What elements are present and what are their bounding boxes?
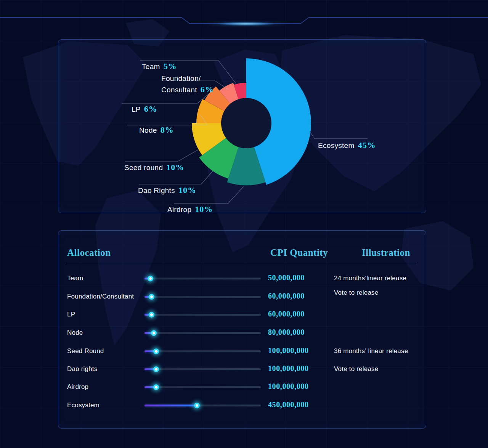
- slice-name: LP: [132, 105, 141, 113]
- slice-name: Node: [139, 126, 157, 134]
- allocation-chart-panel: Team5% Foundation/ Consultant6% LP6% Nod…: [58, 39, 426, 213]
- table-row-lp: LP 60,000,000: [58, 310, 426, 320]
- slider-knob[interactable]: [153, 384, 159, 390]
- slider-track[interactable]: [144, 386, 261, 388]
- slice-label-node: Node8%: [139, 113, 174, 136]
- table-row-dao-rights: Dao rights 100,000,000 Vote to release: [58, 364, 426, 375]
- table-row-seed-round: Seed Round 100,000,000 36 months’ linear…: [58, 346, 426, 357]
- row-label: Node: [67, 329, 83, 337]
- table-row-ecosystem: Ecosystem 450,000,000: [58, 400, 426, 411]
- table-row-node: Node 80,000,000: [58, 328, 426, 339]
- column-header-cpi-quantity: CPI Quantity: [270, 247, 328, 258]
- allocation-slider[interactable]: [144, 277, 261, 281]
- slice-label-foundation: Foundation/ Consultant6%: [161, 63, 214, 96]
- allocation-slider[interactable]: [144, 368, 261, 371]
- slider-knob[interactable]: [149, 294, 154, 300]
- slice-percent: 45%: [358, 140, 376, 150]
- cpi-quantity: 100,000,000: [268, 346, 309, 355]
- cpi-quantity: 450,000,000: [268, 400, 309, 409]
- table-row-foundation: Foundation/Consultant 60,000,000 Vote to…: [58, 292, 426, 302]
- slice-name: Seed round: [124, 164, 163, 172]
- slider-track[interactable]: [144, 278, 261, 279]
- row-label: Foundation/Consultant: [67, 293, 134, 300]
- slider-knob[interactable]: [194, 403, 200, 408]
- illustration-text: 36 months’ linear release: [334, 347, 408, 355]
- row-label: Ecosystem: [67, 401, 100, 409]
- slider-fill: [144, 405, 197, 406]
- allocation-slider[interactable]: [144, 295, 261, 299]
- allocation-slider[interactable]: [144, 404, 261, 408]
- slice-label-seed-round: Seed round10%: [124, 151, 184, 173]
- slider-knob[interactable]: [153, 366, 159, 372]
- slice-percent: 6%: [201, 85, 214, 94]
- top-decor-glow: [206, 21, 286, 26]
- allocation-slider[interactable]: [144, 385, 261, 389]
- row-label: LP: [67, 311, 75, 318]
- slice-percent: 10%: [195, 204, 213, 214]
- allocation-slider[interactable]: [144, 313, 261, 317]
- column-header-allocation: Allocation: [67, 247, 111, 258]
- header-divider: [66, 263, 417, 263]
- slider-knob[interactable]: [153, 348, 159, 354]
- row-label: Seed Round: [67, 347, 104, 355]
- slice-name: Airdrop: [167, 206, 191, 214]
- cpi-quantity: 80,000,000: [268, 328, 305, 337]
- allocation-slider[interactable]: [144, 350, 261, 353]
- slider-knob[interactable]: [148, 276, 153, 281]
- column-header-illustration: Illustration: [362, 247, 410, 258]
- cpi-quantity: 50,000,000: [268, 273, 305, 282]
- illustration-text: 24 months’linear release: [334, 275, 406, 282]
- donut-hole: [221, 98, 271, 148]
- top-decor-glow-soft: [179, 20, 313, 28]
- slider-track[interactable]: [144, 332, 261, 334]
- slider-track[interactable]: [144, 296, 261, 298]
- slice-label-airdrop: Airdrop10%: [167, 193, 213, 215]
- illustration-text: Vote to release: [334, 289, 378, 297]
- row-label: Team: [67, 275, 83, 282]
- row-label: Airdrop: [67, 383, 88, 391]
- slice-label-ecosystem: Ecosystem45%: [318, 128, 376, 151]
- top-decor-line: [0, 0, 488, 31]
- allocation-slider[interactable]: [144, 331, 261, 335]
- cpi-quantity: 100,000,000: [268, 382, 309, 391]
- slider-track[interactable]: [144, 314, 261, 316]
- illustration-text: Vote to release: [334, 365, 378, 373]
- allocation-table-panel: Allocation CPI Quantity Illustration Tea…: [58, 230, 426, 429]
- slice-percent: 10%: [166, 162, 184, 172]
- donut-chart[interactable]: [58, 40, 426, 213]
- slice-name: Team: [142, 63, 160, 71]
- slider-knob[interactable]: [151, 330, 157, 336]
- slider-track[interactable]: [144, 350, 261, 352]
- slice-name: Ecosystem: [318, 141, 355, 149]
- row-label: Dao rights: [67, 365, 97, 373]
- slice-percent: 8%: [161, 125, 174, 135]
- cpi-quantity: 60,000,000: [268, 292, 305, 300]
- slice-percent: 6%: [144, 104, 157, 114]
- slider-track[interactable]: [144, 368, 261, 370]
- slice-label-lp: LP6%: [132, 92, 157, 115]
- cpi-quantity: 60,000,000: [268, 310, 305, 318]
- cpi-quantity: 100,000,000: [268, 364, 309, 373]
- slice-name: Foundation/ Consultant: [161, 74, 201, 94]
- slider-knob[interactable]: [149, 312, 154, 318]
- table-row-team: Team 50,000,000 24 months’linear release: [58, 273, 426, 284]
- table-row-airdrop: Airdrop 100,000,000: [58, 382, 426, 393]
